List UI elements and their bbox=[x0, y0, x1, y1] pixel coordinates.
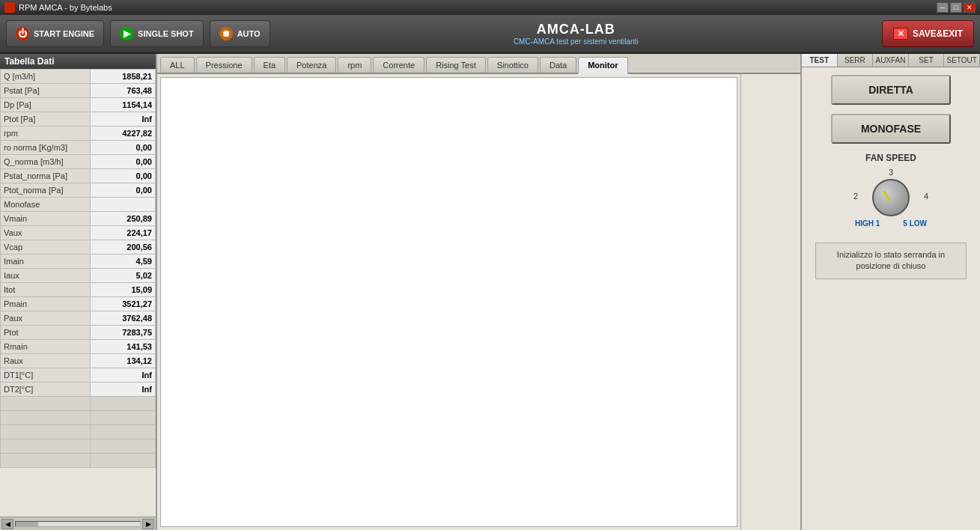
table-value: 0,00 bbox=[91, 183, 156, 198]
monofase-button[interactable]: MONOFASE bbox=[831, 114, 951, 144]
tab-data[interactable]: Data bbox=[540, 57, 576, 73]
fan-speed-knob-container: 3 2 4 HIGH 1 5 LOW bbox=[853, 168, 928, 228]
power-icon: ⏻ bbox=[16, 27, 29, 40]
right-tab-serr[interactable]: SERR bbox=[838, 54, 874, 67]
save-exit-button[interactable]: ✕ SAVE&EXIT bbox=[882, 20, 974, 47]
table-value: 7283,75 bbox=[91, 326, 156, 340]
tab-corrente[interactable]: Corrente bbox=[373, 57, 424, 73]
table-value: Inf bbox=[91, 112, 156, 127]
main-content: Tabella Dati Q [m3/h]1858,21Pstat [Pa]76… bbox=[0, 54, 980, 530]
table-value: 200,56 bbox=[91, 240, 156, 255]
table-value: 5,02 bbox=[91, 269, 156, 283]
table-label bbox=[1, 439, 91, 454]
right-tab-setout[interactable]: SETOUT bbox=[944, 54, 980, 67]
table-label: Imain bbox=[1, 255, 91, 269]
table-value bbox=[91, 198, 156, 212]
scroll-left-arrow[interactable]: ◀ bbox=[1, 519, 13, 529]
center-panel: ALLPressioneEtaPotenzarpmCorrenteRising … bbox=[157, 54, 800, 530]
fan-speed-knob[interactable] bbox=[872, 179, 910, 216]
tab-pressione[interactable]: Pressione bbox=[196, 57, 252, 73]
right-content: DIRETTA MONOFASE FAN SPEED 3 2 4 HIGH 1 bbox=[802, 67, 980, 530]
single-shot-button[interactable]: ▶ SINGLE SHOT bbox=[110, 20, 204, 47]
play-icon: ▶ bbox=[120, 27, 133, 40]
app-title-center: AMCA-LAB CMC-AMCA test per sistemi venti… bbox=[276, 22, 876, 46]
table-label: Rmain bbox=[1, 340, 91, 354]
table-label: Q_norma [m3/h] bbox=[1, 155, 91, 169]
table-label bbox=[1, 425, 91, 439]
start-engine-button[interactable]: ⏻ START ENGINE bbox=[6, 20, 104, 47]
table-label: Ptot [Pa] bbox=[1, 112, 91, 127]
table-value bbox=[91, 454, 156, 468]
table-label: Dp [Pa] bbox=[1, 98, 91, 112]
app-name-label: AMCA-LAB bbox=[276, 22, 876, 37]
auto-button[interactable]: ⏺ AUTO bbox=[210, 20, 270, 47]
app-icon bbox=[4, 2, 15, 13]
knob-label-4: 4 bbox=[924, 192, 928, 201]
tab-monitor[interactable]: Monitor bbox=[578, 57, 627, 74]
tab-rising-test[interactable]: Rising Test bbox=[426, 57, 486, 73]
table-value bbox=[91, 411, 156, 425]
tab-eta[interactable]: Eta bbox=[254, 57, 286, 73]
table-label: DT1[°C] bbox=[1, 368, 91, 383]
table-label bbox=[1, 454, 91, 468]
table-value: 763,48 bbox=[91, 84, 156, 98]
table-value: 15,09 bbox=[91, 283, 156, 297]
right-tab-test[interactable]: TEST bbox=[802, 54, 838, 67]
scroll-track[interactable] bbox=[15, 521, 141, 527]
tab-rpm[interactable]: rpm bbox=[338, 57, 371, 73]
diretta-button[interactable]: DIRETTA bbox=[831, 75, 951, 105]
table-value: 134,12 bbox=[91, 354, 156, 368]
table-value: 1154,14 bbox=[91, 98, 156, 112]
knob-label-high: HIGH 1 bbox=[855, 219, 880, 228]
table-label: Pstat [Pa] bbox=[1, 84, 91, 98]
fan-speed-section: FAN SPEED 3 2 4 HIGH 1 5 LOW bbox=[853, 153, 928, 228]
table-value: Inf bbox=[91, 383, 156, 397]
table-value: 0,00 bbox=[91, 155, 156, 169]
maximize-button[interactable]: □ bbox=[950, 2, 962, 13]
close-button[interactable]: ✕ bbox=[964, 2, 976, 13]
table-value: 250,89 bbox=[91, 212, 156, 226]
left-panel-header: Tabella Dati bbox=[0, 54, 156, 69]
scroll-thumb bbox=[16, 522, 38, 526]
tabs-bar: ALLPressioneEtaPotenzarpmCorrenteRising … bbox=[157, 54, 800, 74]
fan-speed-label: FAN SPEED bbox=[865, 153, 916, 163]
title-bar: RPM AMCA - by Bytelabs ─ □ ✕ bbox=[0, 0, 980, 15]
toolbar: ⏻ START ENGINE ▶ SINGLE SHOT ⏺ AUTO AMCA… bbox=[0, 15, 980, 54]
right-tabs: TESTSERRAUXFANSETSETOUT bbox=[802, 54, 980, 67]
table-label: Q [m3/h] bbox=[1, 70, 91, 84]
chart-svg bbox=[161, 78, 737, 526]
table-label: Paux bbox=[1, 311, 91, 326]
table-label: Vmain bbox=[1, 212, 91, 226]
status-message: Inizializzo lo stato serranda in posizio… bbox=[815, 243, 967, 279]
table-label bbox=[1, 397, 91, 411]
tab-sinottico[interactable]: Sinottico bbox=[487, 57, 538, 73]
right-tab-auxfan[interactable]: AUXFAN bbox=[873, 54, 909, 67]
table-label: rpm bbox=[1, 127, 91, 141]
table-label: Pstat_norma [Pa] bbox=[1, 169, 91, 183]
legend-panel bbox=[740, 74, 800, 530]
table-label: Raux bbox=[1, 354, 91, 368]
table-value: 141,53 bbox=[91, 340, 156, 354]
table-value: 224,17 bbox=[91, 226, 156, 240]
minimize-button[interactable]: ─ bbox=[937, 2, 949, 13]
table-label: Vaux bbox=[1, 226, 91, 240]
table-value bbox=[91, 397, 156, 411]
knob-label-3: 3 bbox=[889, 168, 893, 177]
table-value: 0,00 bbox=[91, 141, 156, 155]
tab-potenza[interactable]: Potenza bbox=[287, 57, 336, 73]
knob-label-low: 5 LOW bbox=[903, 219, 927, 228]
table-value bbox=[91, 425, 156, 439]
left-scrollbar: ◀ ▶ bbox=[0, 517, 156, 530]
scroll-right-arrow[interactable]: ▶ bbox=[142, 519, 154, 529]
table-value: 0,00 bbox=[91, 169, 156, 183]
window-controls: ─ □ ✕ bbox=[937, 2, 976, 13]
table-value: Inf bbox=[91, 368, 156, 383]
tab-all[interactable]: ALL bbox=[160, 57, 195, 73]
knob-indicator bbox=[883, 190, 891, 201]
table-label: Ptot bbox=[1, 326, 91, 340]
right-panel: TESTSERRAUXFANSETSETOUT DIRETTA MONOFASE… bbox=[800, 54, 980, 530]
app-subtitle-label: CMC-AMCA test per sistemi ventilanti bbox=[276, 37, 876, 46]
chart-area bbox=[160, 77, 737, 527]
table-label: Monofase bbox=[1, 198, 91, 212]
right-tab-set[interactable]: SET bbox=[909, 54, 945, 67]
